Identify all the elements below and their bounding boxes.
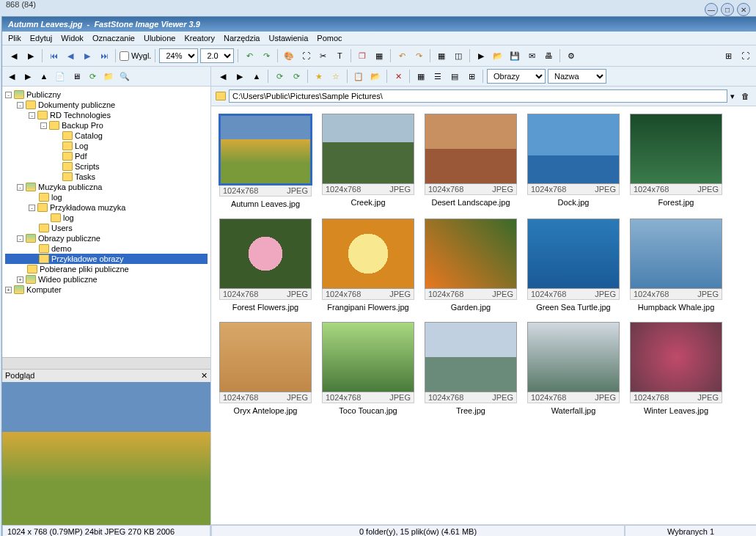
tree-item[interactable]: -Obrazy publiczne	[5, 233, 208, 243]
thumbnail[interactable]: 1024x768JPEGFrangipani Flowers.jpg	[321, 219, 415, 312]
zoom-select[interactable]: 24%	[159, 48, 198, 63]
thumbs-back-icon[interactable]: ◀	[216, 69, 230, 84]
thumbnail[interactable]: 1024x768JPEGWinter Leaves.jpg	[629, 322, 723, 415]
favorite-icon[interactable]: ★	[312, 69, 326, 84]
thumbnail[interactable]: 1024x768JPEGHumpback Whale.jpg	[629, 219, 723, 312]
outer-maximize-button[interactable]: □	[721, 3, 734, 16]
outer-minimize-button[interactable]: —	[705, 3, 718, 16]
tree-item[interactable]: Catalog	[5, 131, 208, 141]
text-tool-icon[interactable]: T	[332, 48, 347, 63]
nav-back-button[interactable]: ◀	[7, 48, 21, 63]
thumbnail[interactable]: 1024x768JPEGForest Flowers.jpg	[219, 219, 312, 312]
settings-icon[interactable]: ⚙	[564, 48, 579, 63]
tree-item[interactable]: Tasks	[5, 172, 208, 182]
selection-icon[interactable]: ▦	[372, 48, 386, 63]
tree-refresh-icon[interactable]: ⟳	[85, 69, 100, 84]
tree-item[interactable]: -RD Technologies	[5, 110, 208, 120]
menu-plik[interactable]: Plik	[8, 34, 21, 43]
menu-kreatory[interactable]: Kreatory	[184, 34, 215, 43]
tree-toggle-icon[interactable]: -	[17, 102, 23, 109]
tree-newfolder-icon[interactable]: 📁	[101, 69, 116, 84]
skip-last-button[interactable]: ⏭	[97, 48, 111, 63]
tree-toggle-icon[interactable]: -	[40, 122, 47, 129]
fullscreen-icon[interactable]: ⛶	[738, 48, 752, 63]
rotate-left-button[interactable]: ↶	[242, 48, 257, 63]
path-dropdown-icon[interactable]: ▾	[730, 92, 735, 101]
copy-icon[interactable]: 📋	[351, 69, 366, 84]
tree-item[interactable]: Scripts	[5, 161, 208, 172]
menu-pomoc[interactable]: Pomoc	[317, 34, 342, 43]
menu-ustawienia[interactable]: Ustawienia	[269, 34, 309, 43]
tree-item[interactable]: -Muzyka publiczna	[5, 182, 208, 192]
tree-scrollbar[interactable]	[2, 357, 210, 369]
view-thumb-icon[interactable]: ▦	[414, 69, 428, 84]
tree-toggle-icon[interactable]: +	[5, 287, 12, 293]
menu-oznaczanie[interactable]: Oznaczanie	[92, 34, 135, 43]
tree-toggle-icon[interactable]: -	[17, 184, 23, 191]
tree-toggle-icon[interactable]: -	[29, 205, 35, 211]
slideshow-icon[interactable]: ▶	[474, 48, 488, 63]
save-icon[interactable]: 💾	[507, 48, 522, 63]
thumbnail[interactable]: 1024x768JPEGGarden.jpg	[424, 219, 518, 312]
move-icon[interactable]: 📂	[368, 69, 383, 84]
tree-item[interactable]: Pobierane pliki publiczne	[5, 264, 208, 274]
thumbnail[interactable]: 1024x768JPEGCreek.jpg	[321, 114, 415, 208]
skip-prev-button[interactable]: ◀	[63, 48, 78, 63]
tree-item[interactable]: +Wideo publiczne	[5, 274, 208, 284]
wygl-checkbox[interactable]: Wygl.	[120, 51, 151, 61]
preview-close-icon[interactable]: ✕	[201, 371, 208, 381]
tree-fwd-icon[interactable]: ▶	[21, 69, 35, 84]
crop-icon[interactable]: ✂	[315, 48, 330, 63]
rotate-right-button[interactable]: ↷	[259, 48, 274, 63]
thumbnail[interactable]: 1024x768JPEGToco Toucan.jpg	[321, 322, 415, 415]
tree-item[interactable]: Log	[5, 141, 208, 151]
tree-item[interactable]: -Backup Pro	[5, 120, 208, 131]
tree-item[interactable]: Users	[5, 223, 208, 233]
menu-narzędzia[interactable]: Narzędzia	[224, 34, 260, 43]
sort-select[interactable]: Nazwa	[548, 69, 606, 84]
thumbs-refresh2-icon[interactable]: ⟳	[289, 69, 304, 84]
mail-icon[interactable]: ✉	[524, 48, 539, 63]
folder-tree[interactable]: -Publiczny-Dokumenty publiczne-RD Techno…	[2, 87, 210, 357]
thumbnail[interactable]: 1024x768JPEGDesert Landscape.jpg	[424, 114, 518, 208]
redo-button[interactable]: ↷	[411, 48, 426, 63]
thumbs-refresh-icon[interactable]: ⟳	[272, 69, 287, 84]
tree-toggle-icon[interactable]: -	[17, 235, 23, 242]
thumbnail[interactable]: 1024x768JPEGAutumn Leaves.jpg	[219, 114, 312, 208]
nav-forward-button[interactable]: ▶	[23, 48, 38, 63]
tree-item[interactable]: -Przykładowa muzyka	[5, 202, 208, 213]
thumbnail[interactable]: 1024x768JPEGForest.jpg	[629, 114, 723, 208]
tree-doc-icon[interactable]: 📄	[53, 69, 67, 84]
tree-search-icon[interactable]: 🔍	[117, 69, 132, 84]
thumbs-fwd-icon[interactable]: ▶	[232, 69, 247, 84]
path-input[interactable]: C:\Users\Public\Pictures\Sample Pictures…	[229, 89, 727, 103]
thumbnail[interactable]: 1024x768JPEGDock.jpg	[526, 114, 620, 208]
favorite2-icon[interactable]: ☆	[329, 69, 343, 84]
menu-ulubione[interactable]: Ulubione	[144, 34, 175, 43]
tree-toggle-icon[interactable]: -	[5, 92, 12, 98]
menu-edytuj[interactable]: Edytuj	[30, 34, 53, 43]
tree-item[interactable]: Przykładowe obrazy	[5, 254, 208, 264]
layout-toggle-icon[interactable]: ⊞	[721, 48, 735, 63]
print-icon[interactable]: 🖶	[541, 48, 556, 63]
skip-first-button[interactable]: ⏮	[46, 48, 61, 63]
view-small-icon[interactable]: ⊞	[464, 69, 479, 84]
tree-item[interactable]: log	[5, 192, 208, 202]
tree-desktop-icon[interactable]: 🖥	[69, 69, 84, 84]
grid-view-icon[interactable]: ▦	[434, 48, 449, 63]
resize-icon[interactable]: ⛶	[298, 48, 313, 63]
tree-item[interactable]: Pdf	[5, 151, 208, 161]
trash-icon[interactable]: 🗑	[738, 89, 752, 103]
tree-toggle-icon[interactable]: -	[29, 112, 35, 119]
palette-icon[interactable]: 🎨	[282, 48, 296, 63]
menu-widok[interactable]: Widok	[61, 34, 84, 43]
tree-item[interactable]: demo	[5, 243, 208, 254]
thumbnail[interactable]: 1024x768JPEGWaterfall.jpg	[526, 322, 620, 415]
compare-icon[interactable]: ◫	[451, 48, 466, 63]
view-list-icon[interactable]: ☰	[430, 69, 445, 84]
clone-icon[interactable]: ❐	[355, 48, 370, 63]
filter-select[interactable]: Obrazy	[487, 69, 546, 84]
undo-button[interactable]: ↶	[394, 48, 409, 63]
tree-back-icon[interactable]: ◀	[4, 69, 19, 84]
tree-item[interactable]: +Komputer	[5, 284, 208, 295]
